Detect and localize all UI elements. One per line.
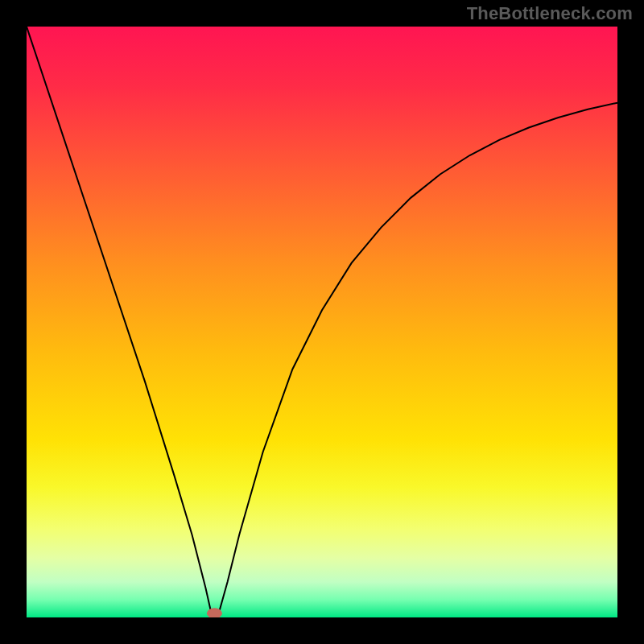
chart-container: TheBottleneck.com <box>0 0 644 644</box>
watermark-text: TheBottleneck.com <box>467 3 633 24</box>
plot-background <box>27 27 617 617</box>
bottleneck-plot <box>27 27 617 617</box>
